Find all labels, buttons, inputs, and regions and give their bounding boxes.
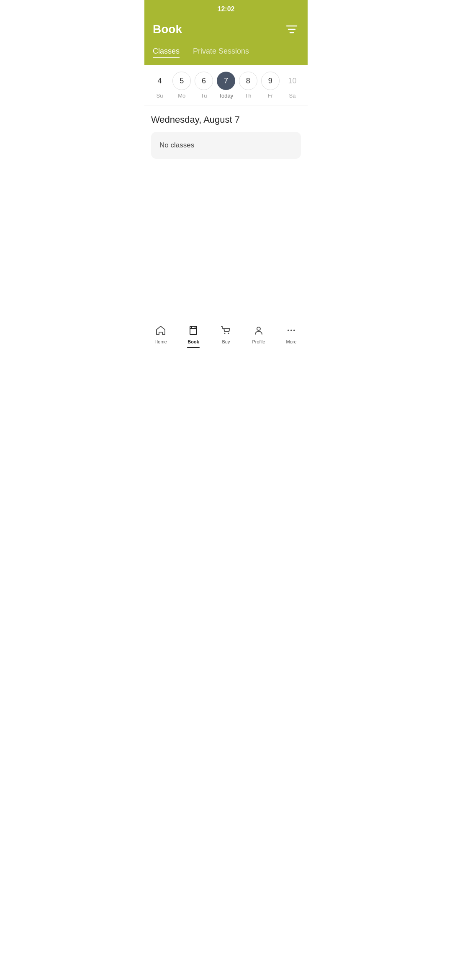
nav-more[interactable]: More [275, 323, 308, 346]
bottom-nav: Home Book Buy [144, 319, 308, 353]
day-number-9: 9 [261, 72, 280, 90]
date-heading: Wednesday, August 7 [151, 114, 301, 125]
status-bar: 12:02 [144, 0, 308, 18]
content-area: Wednesday, August 7 No classes [144, 106, 308, 167]
day-number-10: 10 [283, 72, 301, 90]
svg-rect-3 [190, 326, 197, 335]
nav-more-label: More [286, 339, 296, 344]
svg-point-10 [288, 330, 289, 331]
calendar-day-4[interactable]: 4 Su [149, 72, 170, 99]
buy-icon [221, 325, 231, 338]
tab-private-sessions[interactable]: Private Sessions [193, 47, 249, 58]
nav-home[interactable]: Home [144, 323, 177, 346]
day-number-4: 4 [150, 72, 169, 90]
no-classes-text: No classes [159, 141, 194, 149]
calendar-day-6[interactable]: 6 Tu [193, 72, 214, 99]
day-label-9: Fr [268, 93, 273, 99]
calendar-day-10[interactable]: 10 Sa [282, 72, 303, 99]
day-number-7: 7 [217, 72, 235, 90]
header: Book [144, 18, 308, 44]
svg-point-7 [224, 333, 226, 334]
svg-point-8 [228, 333, 229, 334]
nav-home-label: Home [154, 339, 167, 344]
tab-classes[interactable]: Classes [153, 47, 180, 58]
filter-button[interactable] [284, 22, 299, 37]
nav-buy[interactable]: Buy [210, 323, 242, 346]
day-number-8: 8 [239, 72, 257, 90]
profile-icon [253, 325, 264, 338]
more-icon [286, 325, 297, 338]
nav-book-label: Book [187, 339, 199, 344]
calendar-day-8[interactable]: 8 Th [238, 72, 259, 99]
day-label-10: Sa [289, 93, 296, 99]
day-label-5: Mo [178, 93, 185, 99]
day-label-7: Today [219, 93, 234, 99]
nav-profile[interactable]: Profile [242, 323, 275, 346]
nav-book[interactable]: Book [177, 323, 210, 350]
calendar-strip: 4 Su 5 Mo 6 Tu 7 Today 8 Th 9 Fr 10 Sa [144, 65, 308, 106]
tab-bar: Classes Private Sessions [144, 44, 308, 65]
home-icon [155, 325, 166, 338]
nav-buy-label: Buy [222, 339, 230, 344]
page-title: Book [153, 23, 182, 36]
day-number-6: 6 [195, 72, 213, 90]
day-number-5: 5 [172, 72, 191, 90]
calendar-day-5[interactable]: 5 Mo [171, 72, 192, 99]
day-label-6: Tu [201, 93, 207, 99]
day-label-8: Th [245, 93, 251, 99]
day-label-4: Su [156, 93, 163, 99]
status-time: 12:02 [218, 5, 235, 13]
calendar-day-7[interactable]: 7 Today [216, 72, 236, 99]
nav-profile-label: Profile [252, 339, 265, 344]
book-icon [188, 325, 199, 338]
svg-point-12 [293, 330, 295, 331]
svg-point-11 [290, 330, 292, 331]
svg-point-9 [257, 327, 260, 330]
active-indicator [187, 347, 200, 348]
calendar-day-9[interactable]: 9 Fr [260, 72, 281, 99]
no-classes-card: No classes [151, 132, 301, 159]
